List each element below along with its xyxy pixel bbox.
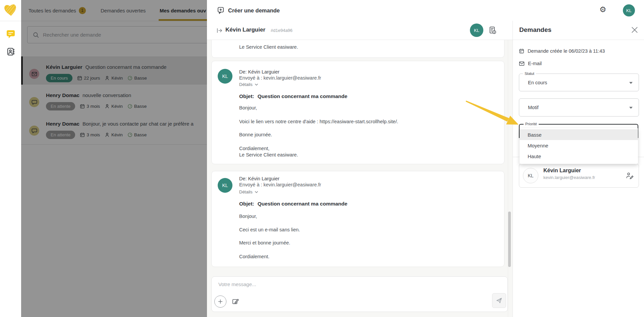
priorite-option-moyenne[interactable]: Moyenne [520,140,638,151]
edit-contact-icon[interactable] [626,172,634,179]
motif-value: Motif [528,105,538,110]
statut-field-label: Statut [523,72,536,76]
priorite-option-basse[interactable]: Basse [520,129,638,140]
message-card-partial: Le Service Client easiware. [211,40,504,58]
request-list-panel: Toutes les demandes 1 Demandes ouvertes … [21,0,207,317]
message-to: Envoyé à : kevin.larguier@easiware.fr [239,182,321,187]
message-line: Cordialement, [239,146,269,151]
caret-down-icon [629,82,633,84]
collapse-panel-icon[interactable] [216,27,223,34]
message-line: Voici le lien vers notre centre d'aide :… [239,119,398,124]
send-button[interactable] [492,293,506,308]
subject-label: Objet: [239,201,254,207]
attach-plus-button[interactable] [214,296,226,308]
main-topbar: Créer une demande ⚙ KL [207,0,644,21]
message-to: Envoyé à : kevin.larguier@easiware.fr [239,75,321,81]
message-line: Merci et bonne journée. [239,240,290,245]
message-card: KL De: Kévin Larguier Envoyé à : kevin.l… [211,171,504,267]
message-line: Le Service Client easiware. [239,44,298,50]
composer-placeholder: Votre message... [218,281,256,287]
message-avatar: KL [218,178,232,193]
list-dim-overlay [21,0,207,317]
user-avatar[interactable]: KL [623,4,635,16]
left-rail [0,0,21,317]
channel-text: E-mail [528,61,542,66]
caret-down-icon [629,107,633,109]
contact-name: Kévin Larguier [543,168,581,174]
contacts-nav-icon[interactable] [6,47,15,56]
easiware-app: Toutes les demandes 1 Demandes ouvertes … [0,0,644,317]
settings-gear-icon[interactable]: ⚙ [599,6,606,13]
message-card: KL De: Kévin Larguier Envoyé à : kevin.l… [211,61,504,164]
message-composer[interactable]: Votre message... [211,276,508,312]
panel-title: Demandes [519,26,551,34]
chat-nav-icon[interactable] [6,30,15,40]
conversation-title: Kévin Larguier [225,27,265,33]
statut-select[interactable]: En cours [519,74,639,91]
message-from: De: Kévin Larguier [239,176,279,181]
bubble-plus-icon [217,7,225,14]
contact-email: kevin.larguier@easiware.fr [543,175,595,180]
contact-card-avatar: KL [523,168,538,183]
request-details-panel: Demandes Demande créée le 06/02/23 à 11:… [513,21,644,317]
conversation-scrollbar-track [508,40,512,317]
message-details-toggle[interactable]: Détails [239,82,258,87]
plus-icon [218,299,223,304]
contact-card: KL Kévin Larguier kevin.larguier@easiwar… [519,164,639,188]
motif-select[interactable]: Motif [519,98,639,117]
statut-value: En cours [528,80,547,85]
channel-email-icon [519,61,525,66]
message-line: Le Service Client easiware. [239,152,298,157]
brand-heart-logo [3,2,18,17]
create-request-button[interactable]: Créer une demande [217,0,280,21]
close-panel-icon[interactable] [631,26,638,34]
send-plane-icon [496,297,502,304]
compose-pencil-icon [232,298,239,305]
priorite-field-label: Priorité [524,122,539,126]
message-line: Ceci est un e-mail sans lien. [239,227,300,232]
contact-avatar: KL [470,24,483,37]
message-line: Bonne journée. [239,132,272,137]
message-avatar: KL [218,69,232,84]
message-line: Cordialement. [239,254,269,259]
priorite-dropdown-menu: Basse Moyenne Haute [520,128,638,164]
insert-template-button[interactable] [232,298,239,305]
priorite-option-haute[interactable]: Haute [520,151,638,162]
message-line: Bonjour, [239,214,257,219]
subject-text: Question concernant ma commande [258,93,347,99]
chevron-down-icon [255,191,258,193]
created-date-icon [519,48,524,54]
message-line: Bonjour, [239,105,257,110]
conversation-header: Kévin Larguier #d1e94a96 KL [207,21,513,40]
conversation-scrollbar-thumb[interactable] [508,212,511,267]
subject-label: Objet: [239,93,254,99]
created-date-text: Demande créée le 06/02/23 à 11:43 [528,48,605,54]
chevron-down-icon [255,83,258,86]
message-from: De: Kévin Larguier [239,69,279,75]
message-details-toggle[interactable]: Détails [239,189,258,194]
request-details-icon[interactable] [488,26,497,35]
create-request-label: Créer une demande [228,7,280,14]
conversation-ref: #d1e94a96 [271,28,292,33]
conversation-thread: Le Service Client easiware. KL De: Kévin… [207,40,513,317]
subject-text: Question concernant ma commande [258,201,347,207]
